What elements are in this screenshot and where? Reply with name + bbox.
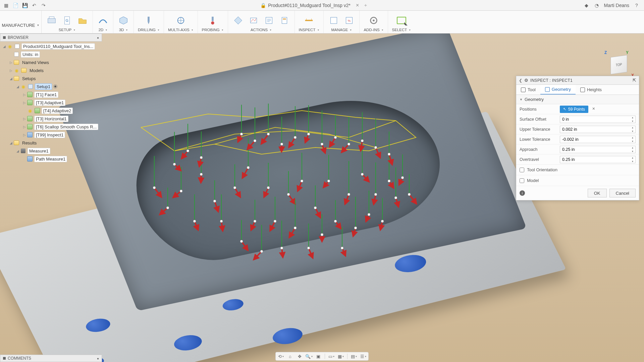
tree-measure1[interactable]: ◢ Measure1 xyxy=(0,147,102,155)
spin-down[interactable]: ▼ xyxy=(630,129,635,133)
comments-collapse-button[interactable]: ● xyxy=(97,357,99,360)
nc-program-icon[interactable]: G xyxy=(61,14,73,26)
active-setup-radio[interactable] xyxy=(53,84,57,88)
ribbon-label-setup[interactable]: SETUP xyxy=(59,27,75,33)
tree-root[interactable]: ◢ ◉ Product#0110_Mudguard Tool_Ins... xyxy=(0,42,102,50)
orbit-icon[interactable]: ⟲ xyxy=(278,353,284,359)
simulate-icon[interactable] xyxy=(248,14,260,26)
display-settings-icon[interactable]: ▭ xyxy=(328,353,334,359)
addins-icon[interactable] xyxy=(368,14,380,26)
info-icon[interactable]: i xyxy=(520,190,525,196)
ribbon-label-manage[interactable]: MANAGE xyxy=(331,27,352,33)
lower-tol-input[interactable] xyxy=(560,136,636,143)
tree-setup1[interactable]: ◢ ◉ Setup1 xyxy=(0,82,102,90)
probing-icon[interactable] xyxy=(207,14,219,26)
cancel-button[interactable]: Cancel xyxy=(609,189,636,197)
spin-up[interactable]: ▲ xyxy=(630,136,635,139)
look-at-icon[interactable]: ⌂ xyxy=(287,353,293,359)
workspace-picker[interactable]: MANUFACTURE xyxy=(0,11,42,33)
approach-input[interactable] xyxy=(560,146,636,153)
spin-down[interactable]: ▼ xyxy=(630,149,635,153)
tree-op-adaptive1[interactable]: ▷ [T3] Adaptive1 xyxy=(0,99,102,107)
postprocess-icon[interactable] xyxy=(263,14,275,26)
positions-chip[interactable]: ↖ 59 Points xyxy=(560,106,588,113)
viewport[interactable]: Z Y X TOP FRONT BROWSER ● ◢ ◉ Product#01… xyxy=(0,34,644,362)
comments-bar[interactable]: COMMENTS ● xyxy=(0,355,102,362)
tree-op-adaptive2[interactable]: ◉ [T4] Adaptive2 xyxy=(0,107,102,115)
viewports-icon[interactable]: ☰ xyxy=(360,353,366,359)
inspect-icon[interactable] xyxy=(303,14,315,26)
ribbon-label-drilling[interactable]: DRILLING xyxy=(138,27,160,33)
tree-op-inspect1[interactable]: ▷ [T99] Inspect1 xyxy=(0,131,102,139)
ribbon-label-3d[interactable]: 3D xyxy=(119,27,128,33)
row-tool-orientation[interactable]: Tool Orientation xyxy=(516,165,639,175)
grid-settings-icon[interactable]: ▦ xyxy=(338,353,344,359)
redo-icon[interactable]: ↷ xyxy=(41,3,46,8)
positions-clear-button[interactable]: × xyxy=(592,106,595,111)
tree-setups[interactable]: ◢ Setups xyxy=(0,74,102,82)
pan-icon[interactable]: ✥ xyxy=(297,353,303,359)
save-icon[interactable]: 💾 xyxy=(22,3,28,8)
new-file-icon[interactable]: 📄 xyxy=(13,3,18,8)
undo-icon[interactable]: ↶ xyxy=(32,3,37,8)
tab-geometry[interactable]: Geometry xyxy=(540,85,576,95)
drilling-icon[interactable] xyxy=(143,14,155,26)
folder-icon[interactable] xyxy=(76,14,89,26)
browser-header[interactable]: BROWSER ● xyxy=(0,34,102,42)
apps-grid-icon[interactable]: ▦ xyxy=(3,3,9,8)
visibility-icon[interactable]: ◉ xyxy=(13,67,19,73)
visibility-icon[interactable]: ◉ xyxy=(20,83,26,89)
spin-down[interactable]: ▼ xyxy=(630,139,635,143)
help-icon[interactable]: ? xyxy=(634,3,639,8)
setup-sheet-icon[interactable] xyxy=(278,14,290,26)
spin-up[interactable]: ▲ xyxy=(630,146,635,149)
spin-up[interactable]: ▲ xyxy=(630,116,635,119)
browser-collapse-button[interactable]: ● xyxy=(97,36,99,40)
ribbon-label-inspect[interactable]: INSPECT xyxy=(299,27,320,33)
tree-units[interactable]: Units: in xyxy=(0,50,102,58)
tab-heights[interactable]: Heights xyxy=(576,85,606,95)
ribbon-label-select[interactable]: SELECT xyxy=(392,27,411,33)
view-cube-face[interactable]: TOP xyxy=(610,55,627,74)
fit-icon[interactable]: ▣ xyxy=(315,353,321,359)
task-manager-icon[interactable]: % xyxy=(343,14,355,26)
tree-results[interactable]: ◢ Results xyxy=(0,139,102,147)
model-checkbox[interactable] xyxy=(520,178,524,183)
ribbon-label-actions[interactable]: ACTIONS xyxy=(251,27,272,33)
panel-back-icon[interactable]: ❮ xyxy=(519,78,522,83)
extensions-icon[interactable]: ◆ xyxy=(584,3,589,8)
overtravel-input[interactable] xyxy=(560,156,636,163)
ribbon-label-probing[interactable]: PROBING xyxy=(202,27,224,33)
select-icon[interactable] xyxy=(395,14,408,26)
notifications-icon[interactable]: ◔ xyxy=(594,3,599,8)
surface-offset-input[interactable] xyxy=(560,116,636,123)
3d-icon[interactable] xyxy=(117,14,129,26)
ok-button[interactable]: OK xyxy=(588,189,607,197)
viewport-layout-icon[interactable]: ▤ xyxy=(351,353,357,359)
spin-down[interactable]: ▼ xyxy=(630,119,635,123)
ribbon-label-2d[interactable]: 2D xyxy=(99,27,108,33)
row-model[interactable]: Model xyxy=(516,175,639,186)
account-username[interactable]: Marti Deans xyxy=(604,3,629,8)
gear-icon[interactable]: ⚙ xyxy=(524,78,528,83)
upper-tol-input[interactable] xyxy=(560,126,636,133)
tree-op-face1[interactable]: ▷ [T1] Face1 xyxy=(0,90,102,99)
panel-expand-icon[interactable]: ⇱ xyxy=(633,78,636,83)
new-setup-icon[interactable] xyxy=(46,14,58,26)
ribbon-label-addins[interactable]: ADD-INS xyxy=(364,27,383,33)
inspect-panel-header[interactable]: ❮ ⚙ INSPECT : INSPECT1 ⇱ xyxy=(516,76,639,85)
tab-tool[interactable]: Tool xyxy=(516,85,540,95)
tree-path-measure1[interactable]: Path Measure1 xyxy=(0,155,102,163)
generate-icon[interactable] xyxy=(232,14,244,26)
visibility-icon[interactable]: ◉ xyxy=(7,43,13,49)
tree-named-views[interactable]: ▷ Named Views xyxy=(0,58,102,66)
tree-models[interactable]: ▷ ◉ Models xyxy=(0,66,102,74)
spin-up[interactable]: ▲ xyxy=(630,126,635,129)
multiaxis-icon[interactable] xyxy=(175,14,187,26)
spin-down[interactable]: ▼ xyxy=(630,160,635,163)
zoom-icon[interactable]: 🔍 xyxy=(306,353,312,359)
section-geometry-header[interactable]: Geometry xyxy=(516,95,639,104)
visibility-icon[interactable]: ◉ xyxy=(27,108,33,114)
ribbon-label-multiaxis[interactable]: MULTI-AXIS xyxy=(168,27,194,33)
tree-op-horizontal1[interactable]: ▷ [T3] Horizontal1 xyxy=(0,115,102,123)
